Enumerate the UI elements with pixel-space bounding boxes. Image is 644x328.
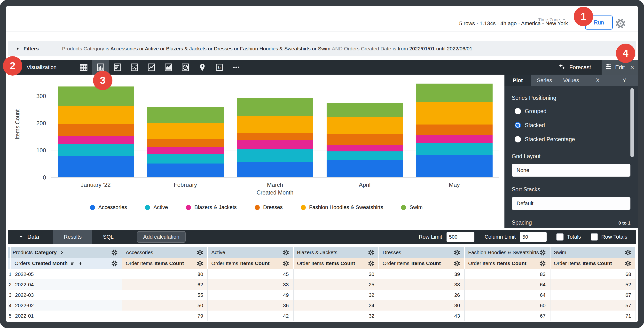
bar-segment[interactable]	[237, 162, 313, 177]
gear-icon[interactable]	[454, 249, 460, 256]
totals-checkbox[interactable]	[556, 233, 564, 240]
month-cell[interactable]: 2022-02	[11, 300, 122, 310]
bar-segment[interactable]	[147, 147, 224, 154]
legend-item[interactable]: Blazers & Jackets	[186, 204, 237, 210]
timezone-value[interactable]: America - New York	[521, 20, 568, 26]
value-cell[interactable]: 55	[122, 290, 208, 300]
bar-segment[interactable]	[147, 123, 224, 139]
tab-x[interactable]: X	[584, 74, 611, 86]
value-cell[interactable]: 45	[208, 269, 294, 279]
bar-segment[interactable]	[416, 102, 492, 124]
bar-segment[interactable]	[416, 143, 492, 155]
legend-item[interactable]: Fashion Hoodies & Sweatshirts	[301, 204, 383, 210]
radio-stacked-percentage[interactable]: Stacked Percentage	[514, 135, 630, 144]
bar-segment[interactable]	[237, 140, 313, 149]
pivot-value-header[interactable]: Fashion Hoodies & Sweatshirts	[465, 247, 550, 258]
bar-segment[interactable]	[58, 144, 134, 156]
value-cell[interactable]: 26	[379, 290, 465, 300]
legend-item[interactable]: Accessories	[90, 204, 127, 210]
table-icon[interactable]	[75, 60, 92, 74]
area-chart-icon[interactable]	[160, 60, 177, 74]
radio-stacked[interactable]: Stacked	[514, 121, 630, 129]
legend-item[interactable]: Active	[145, 204, 168, 210]
value-cell[interactable]: 62	[122, 279, 208, 290]
value-cell[interactable]: 49	[208, 290, 294, 300]
close-icon[interactable]: ×	[630, 63, 634, 72]
bar-segment[interactable]	[147, 107, 224, 123]
bar-segment[interactable]	[326, 160, 403, 177]
value-cell[interactable]: 32	[294, 290, 379, 300]
filters-bar[interactable]: Filters Products Category is Accessories…	[8, 41, 636, 56]
tab-series[interactable]: Series	[531, 74, 558, 86]
bar-segment[interactable]	[58, 86, 134, 106]
map-pin-icon[interactable]	[194, 60, 211, 74]
radio-selected-icon[interactable]	[514, 122, 521, 128]
value-cell[interactable]: 43	[379, 310, 465, 321]
grid-layout-select[interactable]: None	[512, 164, 630, 176]
bar-segment[interactable]	[58, 136, 134, 144]
pivot-value-header[interactable]: Active	[208, 247, 294, 258]
bar-segment[interactable]	[326, 144, 403, 152]
pivot-value-header[interactable]: Accessories	[122, 247, 208, 258]
value-cell[interactable]: 64	[465, 279, 550, 290]
value-cell[interactable]: 30	[379, 300, 465, 310]
bar-segment[interactable]	[326, 103, 403, 117]
bar-segment[interactable]	[326, 152, 403, 160]
measure-header[interactable]: Order ItemsItems Count	[550, 258, 636, 269]
gear-icon[interactable]	[539, 260, 546, 267]
value-cell[interactable]: 57	[550, 300, 636, 310]
value-cell[interactable]: 39	[379, 269, 465, 279]
gear-icon[interactable]	[368, 260, 374, 267]
value-cell[interactable]: 52	[550, 279, 636, 290]
tab-y[interactable]: Y	[611, 74, 638, 86]
stacked-bar[interactable]	[326, 103, 403, 177]
value-cell[interactable]: 33	[208, 279, 294, 290]
value-cell[interactable]: 64	[465, 290, 550, 300]
value-cell[interactable]: 38	[379, 279, 465, 290]
stacked-bar[interactable]	[58, 86, 134, 177]
value-cell[interactable]: 36	[208, 300, 294, 310]
gear-icon[interactable]	[625, 249, 632, 256]
bar-segment[interactable]	[58, 124, 134, 136]
bar-segment[interactable]	[237, 149, 313, 162]
tab-plot[interactable]: Plot	[504, 74, 531, 86]
bar-segment[interactable]	[416, 124, 492, 135]
edit-panel-header[interactable]: Edit ×	[602, 60, 638, 74]
gear-icon[interactable]	[111, 249, 118, 256]
gear-icon[interactable]	[368, 249, 374, 256]
row-totals-checkbox[interactable]	[591, 233, 598, 240]
bar-segment[interactable]	[58, 106, 134, 124]
pivot-value-header[interactable]: Dresses	[379, 247, 465, 258]
measure-header[interactable]: Order ItemsItems Count	[379, 258, 465, 269]
value-cell[interactable]: 71	[550, 310, 636, 321]
value-cell[interactable]: 80	[122, 269, 208, 279]
bar-segment[interactable]	[147, 164, 224, 177]
bar-segment[interactable]	[326, 117, 403, 134]
settings-gear-icon[interactable]	[615, 18, 626, 30]
bar-segment[interactable]	[237, 133, 313, 140]
bar-segment[interactable]	[237, 116, 313, 133]
radio-grouped[interactable]: Grouped	[514, 107, 630, 115]
stacked-bar[interactable]	[147, 107, 224, 177]
tab-sql[interactable]: SQL	[92, 230, 124, 244]
pivot-value-header[interactable]: Blazers & Jackets	[294, 247, 379, 258]
measure-header[interactable]: Order ItemsItems Count	[465, 258, 550, 269]
line-chart-icon[interactable]	[143, 60, 160, 74]
pivot-field-header[interactable]: ProductsCategory	[11, 247, 122, 258]
measure-header[interactable]: Order ItemsItems Count	[208, 258, 294, 269]
column-limit-input[interactable]	[520, 232, 546, 242]
panel-scrollbar[interactable]	[630, 88, 634, 157]
bar-segment[interactable]	[416, 84, 492, 102]
value-cell[interactable]: 30	[294, 269, 379, 279]
bar-segment[interactable]	[147, 154, 224, 164]
value-cell[interactable]: 32	[294, 310, 379, 321]
value-cell[interactable]: 68	[550, 269, 636, 279]
scatter-chart-icon[interactable]	[126, 60, 143, 74]
gear-icon[interactable]	[539, 249, 546, 256]
tab-values[interactable]: Values	[558, 74, 584, 86]
bar-segment[interactable]	[416, 155, 492, 177]
gear-icon[interactable]	[197, 260, 203, 267]
value-cell[interactable]: 79	[122, 310, 208, 321]
pivot-value-header[interactable]: Swim	[550, 247, 636, 258]
month-cell[interactable]: 2022-03	[11, 290, 122, 300]
